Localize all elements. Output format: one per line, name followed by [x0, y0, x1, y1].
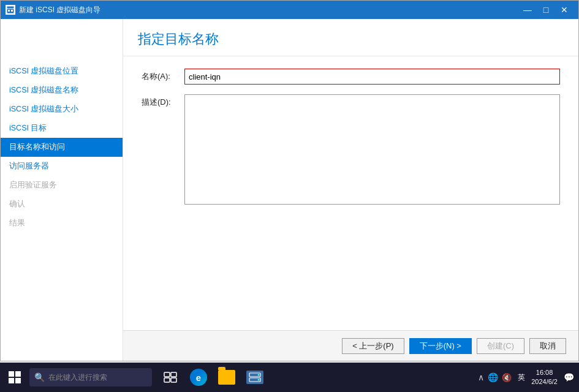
sidebar-item-iscsi-size[interactable]: iSCSI 虚拟磁盘大小 — [1, 100, 123, 119]
sidebar: iSCSI 虚拟磁盘位置 iSCSI 虚拟磁盘名称 iSCSI 虚拟磁盘大小 i… — [1, 19, 123, 361]
clock-date: 2024/6/2 — [531, 377, 558, 386]
name-row: 名称(A): — [142, 69, 560, 85]
form-area: 名称(A): 描述(D): — [123, 56, 578, 330]
windows-logo-icon — [9, 371, 21, 383]
desc-textarea[interactable] — [184, 94, 560, 205]
taskbar-search-input[interactable] — [48, 373, 147, 382]
svg-rect-4 — [164, 372, 170, 377]
svg-point-10 — [258, 374, 260, 376]
create-button[interactable]: 创建(C) — [477, 338, 524, 354]
titlebar: 新建 iSCSI 虚拟磁盘向导 — □ ✕ — [1, 1, 578, 19]
page-area: 指定目标名称 名称(A): 描述(D): < 上一步(P) 下一步(N) > 创… — [123, 19, 578, 361]
system-tray: ∧ 🌐 🔇 英 16:08 2024/6/2 💬 — [478, 368, 579, 387]
sidebar-item-result: 结果 — [1, 214, 123, 233]
minimize-button[interactable]: — — [518, 1, 537, 19]
svg-rect-6 — [164, 378, 170, 382]
chevron-up-icon[interactable]: ∧ — [478, 372, 484, 382]
main-content: iSCSI 虚拟磁盘位置 iSCSI 虚拟磁盘名称 iSCSI 虚拟磁盘大小 i… — [1, 19, 578, 361]
search-icon: 🔍 — [34, 372, 45, 382]
taskbar-search-bar[interactable]: 🔍 — [29, 368, 152, 386]
edge-icon[interactable]: e — [185, 364, 212, 391]
desc-row: 描述(D): — [142, 94, 560, 205]
language-indicator[interactable]: 英 — [518, 372, 525, 383]
name-input[interactable] — [184, 69, 560, 85]
network-icon[interactable]: 🌐 — [488, 372, 498, 382]
svg-rect-0 — [7, 6, 14, 13]
window-icon — [6, 5, 15, 15]
volume-mute-icon[interactable]: 🔇 — [502, 373, 512, 382]
maximize-button[interactable]: □ — [537, 1, 555, 19]
clock-time: 16:08 — [531, 368, 558, 377]
svg-rect-2 — [8, 10, 10, 12]
taskbar: 🔍 e — [0, 363, 579, 392]
name-label: 名称(A): — [142, 69, 184, 82]
page-title: 指定目标名称 — [138, 30, 564, 48]
sidebar-item-target-name[interactable]: 目标名称和访问 — [1, 138, 123, 157]
desc-label: 描述(D): — [142, 94, 184, 108]
main-window: 新建 iSCSI 虚拟磁盘向导 — □ ✕ iSCSI 虚拟磁盘位置 iSCSI… — [0, 0, 579, 361]
sidebar-item-iscsi-target[interactable]: iSCSI 目标 — [1, 119, 123, 138]
svg-point-11 — [258, 379, 260, 381]
svg-rect-5 — [171, 372, 176, 377]
sidebar-item-iscsi-location[interactable]: iSCSI 虚拟磁盘位置 — [1, 62, 123, 81]
next-button[interactable]: 下一步(N) > — [409, 338, 472, 354]
file-explorer-icon[interactable] — [213, 364, 240, 391]
page-header: 指定目标名称 — [123, 19, 578, 56]
system-clock[interactable]: 16:08 2024/6/2 — [531, 368, 558, 387]
sidebar-item-access-server[interactable]: 访问服务器 — [1, 157, 123, 176]
bottom-bar: < 上一步(P) 下一步(N) > 创建(C) 取消 — [123, 330, 578, 361]
task-view-button[interactable] — [157, 364, 184, 391]
taskbar-app-icons: e — [157, 364, 268, 391]
svg-rect-3 — [11, 10, 13, 12]
sidebar-item-iscsi-name[interactable]: iSCSI 虚拟磁盘名称 — [1, 81, 123, 100]
sidebar-item-confirm: 确认 — [1, 195, 123, 214]
sidebar-item-enable-auth: 启用验证服务 — [1, 176, 123, 195]
server-manager-icon[interactable] — [241, 364, 268, 391]
close-button[interactable]: ✕ — [555, 1, 573, 19]
cancel-button[interactable]: 取消 — [529, 338, 566, 354]
window-controls: — □ ✕ — [518, 1, 573, 19]
notification-icon[interactable]: 💬 — [564, 372, 574, 382]
start-button[interactable] — [0, 363, 29, 392]
window-title: 新建 iSCSI 虚拟磁盘向导 — [19, 5, 518, 15]
svg-rect-7 — [171, 378, 176, 382]
prev-button[interactable]: < 上一步(P) — [342, 338, 404, 354]
